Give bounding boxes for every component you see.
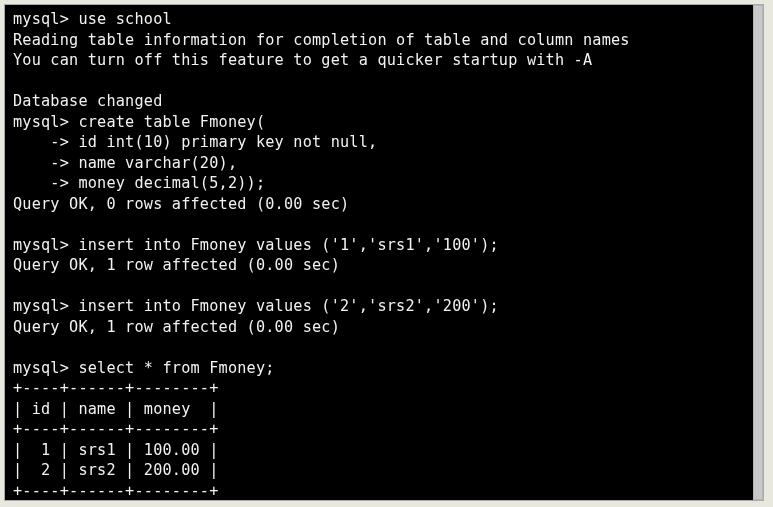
terminal-window: mysql> use school Reading table informat… bbox=[4, 4, 764, 501]
watermark bbox=[653, 478, 743, 496]
scrollbar-thumb[interactable] bbox=[753, 5, 763, 500]
scrollbar-vertical[interactable] bbox=[753, 5, 763, 500]
terminal-output[interactable]: mysql> use school Reading table informat… bbox=[5, 5, 763, 500]
